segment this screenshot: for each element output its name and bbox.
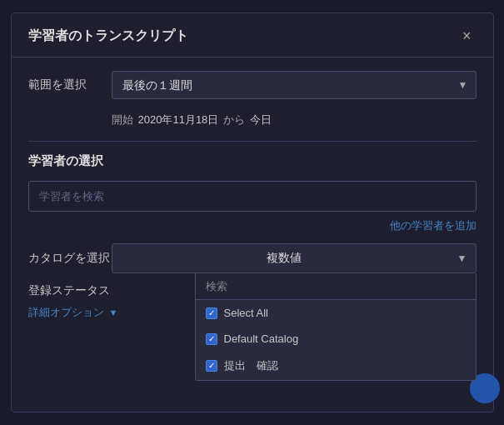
date-start-value: 2020年11月18日: [138, 112, 219, 128]
catalog-arrow-icon: ▼: [457, 252, 467, 264]
dropdown-item-teishutsu[interactable]: 提出 確認: [196, 352, 476, 380]
modal-dialog: 学習者のトランスクリプト × 範囲を選択 最後の１週間 ▼ 開始 2020年11…: [11, 12, 494, 412]
modal-header: 学習者のトランスクリプト ×: [12, 13, 493, 58]
dropdown-item-label-1: Default Catalog: [224, 332, 299, 345]
date-start-label: 開始: [112, 112, 133, 128]
status-label: 登録ステータス: [28, 283, 112, 298]
checkbox-select-all: [206, 308, 217, 319]
date-row: 開始 2020年11月18日 から 今日: [28, 109, 477, 138]
learner-section-title: 学習者の選択: [28, 153, 477, 169]
modal-title: 学習者のトランスクリプト: [28, 28, 188, 45]
section-divider: [28, 141, 477, 142]
catalog-label: カタログを選択: [28, 251, 112, 266]
close-button[interactable]: ×: [457, 27, 477, 45]
add-learner-link-row: 他の学習者を追加: [28, 218, 477, 233]
range-label: 範囲を選択: [28, 78, 112, 92]
advanced-chevron-icon: ▼: [109, 308, 118, 318]
catalog-dropdown-panel: Select All Default Catalog 提出 確認: [195, 273, 477, 381]
date-end-value: 今日: [250, 112, 272, 128]
checkbox-teishutsu: [206, 360, 217, 372]
advanced-label: 詳細オプション: [28, 305, 104, 320]
dropdown-item-label-0: Select All: [224, 307, 268, 319]
dropdown-item-select-all[interactable]: Select All: [196, 300, 476, 326]
catalog-row: カタログを選択 複数値 ▼ Select All Default Catalog: [28, 243, 477, 273]
modal-body: 範囲を選択 最後の１週間 ▼ 開始 2020年11月18日 から 今日 学習者の…: [12, 58, 493, 333]
learner-search-input[interactable]: [28, 181, 477, 212]
range-select[interactable]: 最後の１週間: [112, 71, 477, 99]
checkbox-default-catalog: [206, 333, 217, 345]
catalog-multi-select-btn[interactable]: 複数値 ▼: [112, 243, 477, 273]
catalog-dropdown-search[interactable]: [196, 273, 476, 300]
date-separator: から: [223, 112, 245, 128]
catalog-select-wrapper: 複数値 ▼ Select All Default Catalog: [112, 243, 477, 273]
range-row: 範囲を選択 最後の１週間 ▼: [28, 71, 477, 99]
range-select-wrapper: 最後の１週間 ▼: [112, 71, 477, 99]
dropdown-item-label-2: 提出 確認: [224, 358, 278, 373]
add-learner-link[interactable]: 他の学習者を追加: [390, 218, 477, 233]
catalog-multi-label: 複数値: [267, 251, 302, 264]
dropdown-item-default-catalog[interactable]: Default Catalog: [196, 326, 476, 352]
